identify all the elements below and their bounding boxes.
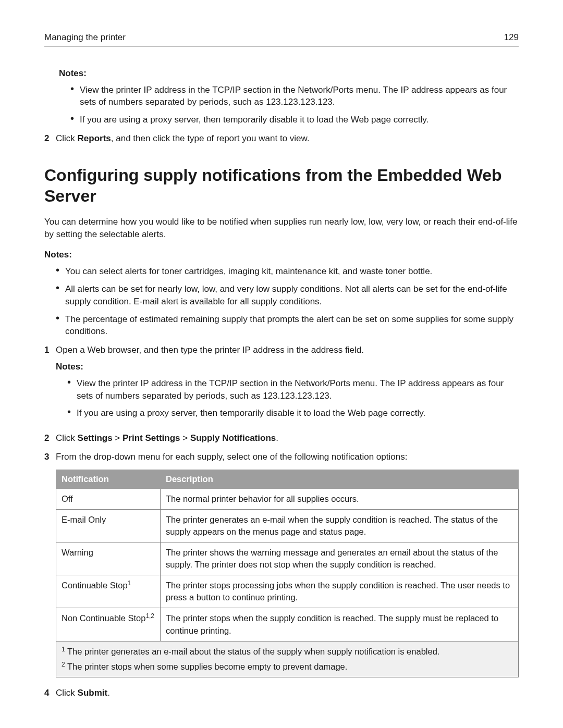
top-notes-block: Notes: View the printer IP address in th…	[59, 67, 519, 126]
text: Click	[56, 433, 78, 443]
section-title: Configuring supply notifications from th…	[44, 165, 519, 206]
bold-text: Supply Notifications	[190, 433, 276, 443]
bold-text: Settings	[78, 433, 113, 443]
text: The printer stops when some supplies bec…	[65, 662, 348, 671]
intro-paragraph: You can determine how you would like to …	[44, 216, 519, 241]
text: .	[276, 433, 278, 443]
footnote-2: 2 The printer stops when some supplies b…	[62, 661, 513, 673]
table-cell-name: Non Continuable Stop1,2	[56, 608, 161, 641]
text: Click	[56, 133, 78, 143]
list-item: You can select alerts for toner cartridg…	[54, 265, 519, 278]
text: >	[180, 433, 190, 443]
text: Open a Web browser, and then type the pr…	[56, 345, 364, 355]
table-row: Continuable Stop1 The printer stops proc…	[56, 575, 519, 608]
step-number: 3	[44, 451, 56, 463]
list-item: If you are using a proxy server, then te…	[65, 407, 519, 419]
table-cell-name: Off	[56, 488, 161, 509]
table-header-description: Description	[161, 470, 519, 488]
table-row: Warning The printer shows the warning me…	[56, 542, 519, 575]
superscript: 1	[128, 579, 131, 587]
step-body: Click Submit.	[56, 687, 519, 699]
text: E-mail Only	[62, 515, 106, 524]
table-header-notification: Notification	[56, 470, 161, 488]
table-row: Off The normal printer behavior for all …	[56, 488, 519, 509]
bold-text: Print Settings	[123, 433, 180, 443]
superscript: 1	[62, 645, 65, 652]
list-item: View the printer IP address in the TCP/I…	[68, 84, 519, 109]
superscript: 1,2	[145, 612, 154, 620]
step-number: 2	[44, 132, 56, 145]
step-1: 1 Open a Web browser, and then type the …	[44, 344, 519, 426]
table-cell-name: Warning	[56, 542, 161, 575]
table-cell-desc: The normal printer behavior for all supp…	[161, 488, 519, 509]
text: The printer generates an e-mail about th…	[65, 647, 440, 656]
step-4: 4 Click Submit.	[44, 687, 519, 699]
table-cell-desc: The printer shows the warning message an…	[161, 542, 519, 575]
step1-notes-list: View the printer IP address in the TCP/I…	[65, 377, 519, 419]
step-2: 2 Click Settings > Print Settings > Supp…	[44, 432, 519, 445]
table-row: E-mail Only The printer generates an e-m…	[56, 509, 519, 542]
footnote-1: 1 The printer generates an e-mail about …	[62, 646, 513, 658]
text: Off	[62, 494, 73, 503]
step-number: 4	[44, 687, 56, 699]
table-cell-name: E-mail Only	[56, 509, 161, 542]
text: .	[107, 688, 110, 698]
text: Non Continuable Stop	[62, 613, 145, 623]
bold-text: Submit	[78, 688, 108, 698]
step-body: Click Settings > Print Settings > Supply…	[56, 432, 519, 445]
step-2-top: 2 Click Reports, and then click the type…	[44, 132, 519, 145]
table-cell-desc: The printer stops processing jobs when t…	[161, 575, 519, 608]
list-item: If you are using a proxy server, then te…	[68, 114, 519, 126]
bold-text: Reports	[78, 133, 111, 143]
page-header: Managing the printer 129	[44, 31, 519, 46]
step-body: From the drop-down menu for each supply,…	[56, 451, 519, 463]
table-footnote-row: 1 The printer generates an e-mail about …	[56, 641, 519, 677]
notes-label: Notes:	[44, 249, 519, 261]
table-header-row: Notification Description	[56, 470, 519, 488]
text: >	[113, 433, 123, 443]
notes-label: Notes:	[56, 361, 519, 373]
step-body: Open a Web browser, and then type the pr…	[56, 344, 519, 426]
step-number: 2	[44, 432, 56, 445]
list-item: The percentage of estimated remaining su…	[54, 313, 519, 338]
table-cell-desc: The printer generates an e-mail when the…	[161, 509, 519, 542]
list-item: All alerts can be set for nearly low, lo…	[54, 283, 519, 308]
table-row: Non Continuable Stop1,2 The printer stop…	[56, 608, 519, 641]
header-page-number: 129	[504, 31, 519, 44]
superscript: 2	[62, 660, 65, 668]
step-body: Click Reports, and then click the type o…	[56, 132, 519, 145]
table-cell-desc: The printer stops when the supply condit…	[161, 608, 519, 641]
text: Warning	[62, 548, 93, 557]
notes-label: Notes:	[59, 67, 519, 80]
step-number: 1	[44, 344, 56, 426]
notification-table-wrapper: Notification Description Off The normal …	[56, 470, 519, 677]
section-notes-list: You can select alerts for toner cartridg…	[54, 265, 519, 338]
text: Click	[56, 688, 78, 698]
text: , and then click the type of report you …	[111, 133, 310, 143]
text: Continuable Stop	[62, 581, 128, 590]
top-notes-list: View the printer IP address in the TCP/I…	[68, 84, 519, 126]
header-title: Managing the printer	[44, 31, 126, 44]
notification-table: Notification Description Off The normal …	[56, 470, 519, 677]
list-item: View the printer IP address in the TCP/I…	[65, 377, 519, 402]
step-3: 3 From the drop-down menu for each suppl…	[44, 451, 519, 463]
step1-notes-block: Notes: View the printer IP address in th…	[56, 361, 519, 419]
table-footnote-cell: 1 The printer generates an e-mail about …	[56, 641, 519, 677]
text: From the drop-down menu for each supply,…	[56, 452, 407, 462]
table-cell-name: Continuable Stop1	[56, 575, 161, 608]
